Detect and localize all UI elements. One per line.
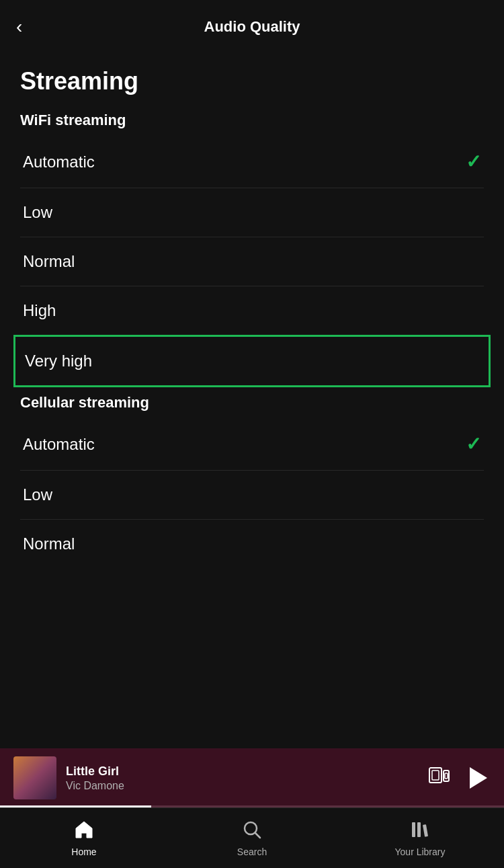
nav-library-label: Your Library	[395, 846, 446, 857]
mini-player-art	[13, 756, 56, 799]
svg-rect-7	[417, 822, 421, 837]
svg-rect-3	[445, 773, 448, 779]
content-area: Streaming WiFi streaming Automatic ✓ Low…	[0, 54, 504, 703]
nav-home-label: Home	[71, 846, 96, 857]
svg-rect-1	[432, 771, 439, 780]
nav-search[interactable]: Search	[168, 820, 336, 857]
cellular-automatic-option[interactable]: Automatic ✓	[20, 418, 484, 470]
nav-library[interactable]: Your Library	[336, 820, 504, 857]
cellular-low-label: Low	[23, 485, 52, 504]
wifi-section-heading: WiFi streaming	[20, 112, 484, 129]
mini-player-controls	[429, 764, 491, 791]
page-title: Audio Quality	[204, 18, 300, 36]
cellular-section-heading: Cellular streaming	[20, 394, 484, 411]
cellular-automatic-check: ✓	[466, 433, 481, 455]
home-icon	[74, 820, 94, 842]
wifi-very-high-label: Very high	[25, 352, 92, 370]
wifi-automatic-check: ✓	[466, 151, 481, 173]
svg-rect-6	[412, 822, 415, 837]
mini-player[interactable]: Little Girl Vic Damone	[0, 748, 504, 807]
cellular-normal-label: Normal	[23, 535, 75, 553]
wifi-low-label: Low	[23, 203, 52, 222]
cellular-normal-option[interactable]: Normal	[20, 520, 484, 568]
wifi-automatic-label: Automatic	[23, 153, 95, 171]
album-art	[13, 756, 56, 799]
svg-rect-2	[444, 771, 449, 781]
wifi-high-option[interactable]: High	[20, 286, 484, 335]
mini-player-artist: Vic Damone	[66, 780, 419, 792]
wifi-low-option[interactable]: Low	[20, 188, 484, 237]
back-button[interactable]: ‹	[16, 16, 22, 38]
mini-player-title: Little Girl	[66, 764, 419, 779]
wifi-very-high-option[interactable]: Very high	[13, 335, 491, 387]
svg-rect-8	[423, 824, 428, 837]
mini-player-info: Little Girl Vic Damone	[66, 764, 419, 792]
wifi-automatic-option[interactable]: Automatic ✓	[20, 136, 484, 188]
streaming-heading: Streaming	[20, 67, 484, 95]
bottom-nav: Home Search Your Library	[0, 807, 504, 868]
nav-search-label: Search	[237, 846, 267, 857]
play-icon	[470, 767, 487, 789]
library-icon	[410, 820, 430, 842]
top-bar: ‹ Audio Quality	[0, 0, 504, 54]
wifi-normal-option[interactable]: Normal	[20, 237, 484, 286]
play-button[interactable]	[464, 764, 491, 791]
search-icon	[242, 820, 262, 842]
connect-icon[interactable]	[429, 766, 450, 790]
svg-line-5	[255, 833, 260, 838]
nav-home[interactable]: Home	[0, 820, 168, 857]
wifi-high-label: High	[23, 301, 56, 320]
cellular-low-option[interactable]: Low	[20, 471, 484, 519]
wifi-normal-label: Normal	[23, 252, 75, 271]
cellular-automatic-label: Automatic	[23, 435, 95, 454]
